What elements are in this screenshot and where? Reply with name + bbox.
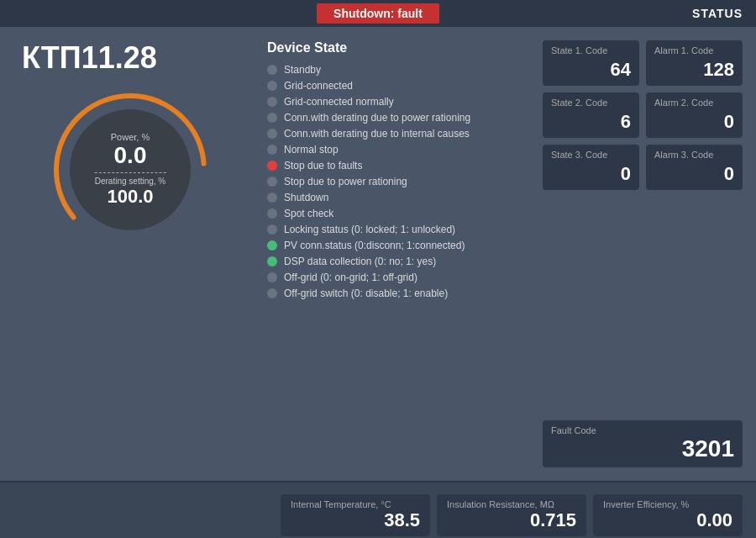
state-item-label: Shutdown	[284, 192, 328, 203]
state-item: Standby	[267, 64, 522, 76]
derating-value: 100.0	[95, 186, 166, 208]
state-item-label: Off-grid switch (0: disable; 1: enable)	[284, 287, 448, 299]
state-indicator	[267, 208, 277, 219]
state-item-label: Locking status (0: locked; 1: unlocked)	[284, 224, 455, 235]
alarm3-value: 0	[654, 163, 734, 185]
state-item-label: Stop due to power rationing	[284, 176, 407, 187]
state-item-label: Stop due to faults	[284, 160, 362, 171]
state-item-label: Grid-connected normally	[284, 96, 394, 108]
state-indicator	[267, 288, 277, 298]
state1-label: State 1. Code	[551, 45, 631, 55]
header: Shutdown: fault STATUS	[0, 0, 756, 27]
middle-panel: Device State StandbyGrid-connectedGrid-c…	[260, 27, 529, 481]
state3-value: 0	[551, 163, 631, 185]
state-item: Conn.with derating due to power rationin…	[267, 112, 522, 124]
temp-label: Internal Temperature, °C	[291, 499, 420, 509]
metrics-bar: Internal Temperature, °C 38.5 Insulation…	[0, 481, 756, 538]
alarm3-label: Alarm 3. Code	[654, 150, 734, 160]
state1-code-box: State 1. Code 64	[543, 40, 639, 86]
derating-label: Derating setting, %	[95, 177, 166, 186]
device-state-title: Device State	[267, 40, 522, 55]
temp-value: 38.5	[291, 509, 420, 531]
efficiency-metric: Inverter Efficiency, % 0.00	[593, 494, 743, 536]
state-indicator	[267, 256, 277, 266]
state-item-label: Standby	[284, 64, 321, 76]
alarm1-label: Alarm 1. Code	[654, 45, 734, 55]
state-item-label: DSP data collection (0: no; 1: yes)	[284, 256, 436, 267]
state2-label: State 2. Code	[551, 98, 631, 108]
device-name: КТП11.28	[22, 40, 157, 76]
alarm2-code-box: Alarm 2. Code 0	[646, 92, 743, 138]
alarm3-code-box: Alarm 3. Code 0	[646, 145, 743, 190]
state-indicator	[267, 272, 277, 282]
state-item: Locking status (0: locked; 1: unlocked)	[267, 224, 522, 235]
state-indicator	[267, 240, 277, 251]
fault-code-value: 3201	[551, 435, 734, 462]
state-indicator	[267, 65, 277, 75]
alarm1-value: 128	[654, 59, 734, 81]
alarm1-code-box: Alarm 1. Code 128	[646, 40, 743, 86]
state-items-list: StandbyGrid-connectedGrid-connected norm…	[267, 64, 522, 299]
state-item: Grid-connected normally	[267, 96, 522, 108]
main-content: КТП11.28 Power, % 0.0 Derating setting, …	[0, 27, 756, 481]
state-item: Off-grid (0: on-grid; 1: off-grid)	[267, 272, 522, 283]
status-label: STATUS	[692, 7, 743, 20]
state-indicator	[267, 81, 277, 91]
codes-grid-row3: State 3. Code 0 Alarm 3. Code 0	[543, 145, 743, 190]
state-item-label: Normal stop	[284, 144, 339, 156]
state-item: Stop due to faults	[267, 160, 522, 171]
state-item: Grid-connected	[267, 80, 522, 92]
state-indicator	[267, 113, 277, 123]
power-value: 0.0	[95, 142, 166, 169]
alarm2-label: Alarm 2. Code	[654, 98, 734, 108]
gauge-inner: Power, % 0.0 Derating setting, % 100.0	[95, 132, 166, 208]
state-indicator	[267, 193, 277, 203]
insulation-value: 0.715	[447, 509, 576, 531]
state-item: Off-grid switch (0: disable; 1: enable)	[267, 287, 522, 299]
state-item-label: Grid-connected	[284, 80, 353, 92]
fault-code-box: Fault Code 3201	[543, 420, 743, 467]
fault-code-label: Fault Code	[551, 425, 734, 435]
temp-metric: Internal Temperature, °C 38.5	[281, 494, 430, 536]
fault-banner: Shutdown: fault	[317, 3, 439, 24]
state3-label: State 3. Code	[551, 150, 631, 160]
efficiency-value: 0.00	[603, 509, 732, 531]
state-indicator	[267, 97, 277, 107]
power-label: Power, %	[95, 132, 166, 142]
state-item-label: Conn.with derating due to internal cause…	[284, 128, 470, 140]
efficiency-label: Inverter Efficiency, %	[603, 499, 732, 509]
state-indicator	[267, 145, 277, 155]
right-panel: State 1. Code 64 Alarm 1. Code 128 State…	[529, 27, 756, 481]
state-indicator	[267, 161, 277, 171]
state1-value: 64	[551, 59, 631, 81]
state2-code-box: State 2. Code 6	[543, 92, 639, 138]
state-item: Spot check	[267, 208, 522, 219]
state-item: Conn.with derating due to internal cause…	[267, 128, 522, 140]
insulation-label: Insulation Resistance, MΩ	[447, 499, 576, 509]
codes-grid-row2: State 2. Code 6 Alarm 2. Code 0	[543, 92, 743, 138]
state-item-label: PV conn.status (0:disconn; 1:connected)	[284, 240, 465, 251]
left-panel: КТП11.28 Power, % 0.0 Derating setting, …	[0, 27, 260, 481]
state-item: Normal stop	[267, 144, 522, 156]
state-item-label: Conn.with derating due to power rationin…	[284, 112, 470, 124]
state-indicator	[267, 129, 277, 139]
state-item: DSP data collection (0: no; 1: yes)	[267, 256, 522, 267]
gauge-container: Power, % 0.0 Derating setting, % 100.0	[46, 86, 214, 254]
state-indicator	[267, 177, 277, 187]
state-indicator	[267, 224, 277, 235]
state-item-label: Off-grid (0: on-grid; 1: off-grid)	[284, 272, 417, 283]
state-item: Stop due to power rationing	[267, 176, 522, 187]
state-item: PV conn.status (0:disconn; 1:connected)	[267, 240, 522, 251]
alarm2-value: 0	[654, 111, 734, 133]
state3-code-box: State 3. Code 0	[543, 145, 639, 190]
insulation-metric: Insulation Resistance, MΩ 0.715	[437, 494, 586, 536]
state-item: Shutdown	[267, 192, 522, 203]
state-item-label: Spot check	[284, 208, 333, 219]
state2-value: 6	[551, 111, 631, 133]
codes-grid-row1: State 1. Code 64 Alarm 1. Code 128	[543, 40, 743, 86]
